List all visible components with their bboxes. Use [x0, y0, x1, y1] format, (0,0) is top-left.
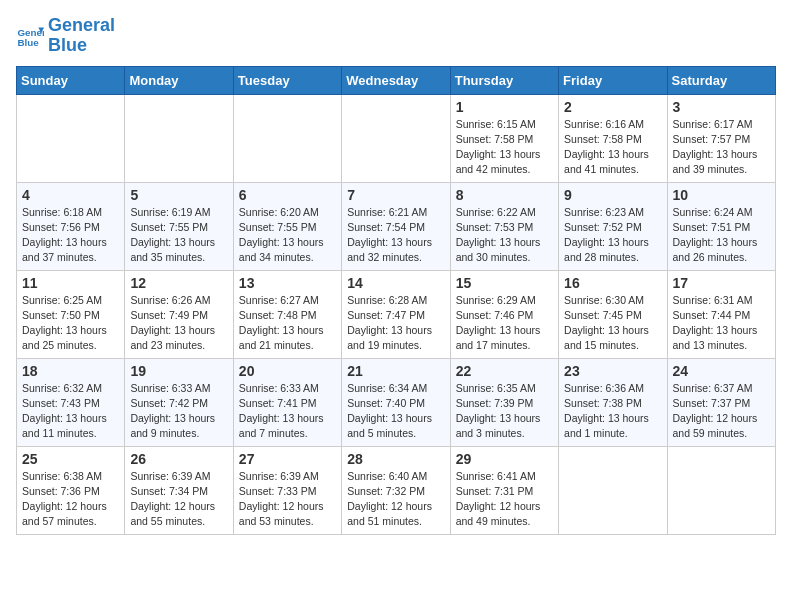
calendar-cell — [667, 446, 775, 534]
calendar-cell: 20Sunrise: 6:33 AM Sunset: 7:41 PM Dayli… — [233, 358, 341, 446]
logo: General Blue General Blue — [16, 16, 115, 56]
day-info: Sunrise: 6:37 AM Sunset: 7:37 PM Dayligh… — [673, 381, 770, 442]
day-number: 14 — [347, 275, 444, 291]
calendar-table: SundayMondayTuesdayWednesdayThursdayFrid… — [16, 66, 776, 535]
day-info: Sunrise: 6:28 AM Sunset: 7:47 PM Dayligh… — [347, 293, 444, 354]
day-number: 2 — [564, 99, 661, 115]
calendar-cell: 23Sunrise: 6:36 AM Sunset: 7:38 PM Dayli… — [559, 358, 667, 446]
day-number: 21 — [347, 363, 444, 379]
calendar-cell — [125, 94, 233, 182]
calendar-cell: 8Sunrise: 6:22 AM Sunset: 7:53 PM Daylig… — [450, 182, 558, 270]
day-info: Sunrise: 6:36 AM Sunset: 7:38 PM Dayligh… — [564, 381, 661, 442]
day-info: Sunrise: 6:25 AM Sunset: 7:50 PM Dayligh… — [22, 293, 119, 354]
calendar-cell: 1Sunrise: 6:15 AM Sunset: 7:58 PM Daylig… — [450, 94, 558, 182]
day-number: 16 — [564, 275, 661, 291]
day-info: Sunrise: 6:39 AM Sunset: 7:34 PM Dayligh… — [130, 469, 227, 530]
calendar-cell: 9Sunrise: 6:23 AM Sunset: 7:52 PM Daylig… — [559, 182, 667, 270]
calendar-cell: 26Sunrise: 6:39 AM Sunset: 7:34 PM Dayli… — [125, 446, 233, 534]
day-info: Sunrise: 6:21 AM Sunset: 7:54 PM Dayligh… — [347, 205, 444, 266]
calendar-cell: 12Sunrise: 6:26 AM Sunset: 7:49 PM Dayli… — [125, 270, 233, 358]
day-info: Sunrise: 6:24 AM Sunset: 7:51 PM Dayligh… — [673, 205, 770, 266]
day-number: 19 — [130, 363, 227, 379]
day-info: Sunrise: 6:29 AM Sunset: 7:46 PM Dayligh… — [456, 293, 553, 354]
calendar-cell: 6Sunrise: 6:20 AM Sunset: 7:55 PM Daylig… — [233, 182, 341, 270]
day-info: Sunrise: 6:33 AM Sunset: 7:41 PM Dayligh… — [239, 381, 336, 442]
day-info: Sunrise: 6:16 AM Sunset: 7:58 PM Dayligh… — [564, 117, 661, 178]
day-header-thursday: Thursday — [450, 66, 558, 94]
calendar-cell: 2Sunrise: 6:16 AM Sunset: 7:58 PM Daylig… — [559, 94, 667, 182]
day-info: Sunrise: 6:20 AM Sunset: 7:55 PM Dayligh… — [239, 205, 336, 266]
header: General Blue General Blue — [16, 16, 776, 56]
day-header-monday: Monday — [125, 66, 233, 94]
day-header-tuesday: Tuesday — [233, 66, 341, 94]
day-info: Sunrise: 6:18 AM Sunset: 7:56 PM Dayligh… — [22, 205, 119, 266]
day-header-row: SundayMondayTuesdayWednesdayThursdayFrid… — [17, 66, 776, 94]
calendar-cell: 10Sunrise: 6:24 AM Sunset: 7:51 PM Dayli… — [667, 182, 775, 270]
day-number: 11 — [22, 275, 119, 291]
day-number: 24 — [673, 363, 770, 379]
calendar-cell: 17Sunrise: 6:31 AM Sunset: 7:44 PM Dayli… — [667, 270, 775, 358]
calendar-cell: 27Sunrise: 6:39 AM Sunset: 7:33 PM Dayli… — [233, 446, 341, 534]
week-row-5: 25Sunrise: 6:38 AM Sunset: 7:36 PM Dayli… — [17, 446, 776, 534]
day-info: Sunrise: 6:35 AM Sunset: 7:39 PM Dayligh… — [456, 381, 553, 442]
calendar-cell: 14Sunrise: 6:28 AM Sunset: 7:47 PM Dayli… — [342, 270, 450, 358]
day-info: Sunrise: 6:26 AM Sunset: 7:49 PM Dayligh… — [130, 293, 227, 354]
day-number: 1 — [456, 99, 553, 115]
day-number: 17 — [673, 275, 770, 291]
day-number: 12 — [130, 275, 227, 291]
calendar-cell: 11Sunrise: 6:25 AM Sunset: 7:50 PM Dayli… — [17, 270, 125, 358]
calendar-cell: 22Sunrise: 6:35 AM Sunset: 7:39 PM Dayli… — [450, 358, 558, 446]
day-number: 5 — [130, 187, 227, 203]
day-header-sunday: Sunday — [17, 66, 125, 94]
calendar-cell — [17, 94, 125, 182]
calendar-cell: 29Sunrise: 6:41 AM Sunset: 7:31 PM Dayli… — [450, 446, 558, 534]
day-info: Sunrise: 6:41 AM Sunset: 7:31 PM Dayligh… — [456, 469, 553, 530]
calendar-cell: 25Sunrise: 6:38 AM Sunset: 7:36 PM Dayli… — [17, 446, 125, 534]
day-info: Sunrise: 6:22 AM Sunset: 7:53 PM Dayligh… — [456, 205, 553, 266]
day-number: 29 — [456, 451, 553, 467]
calendar-cell: 4Sunrise: 6:18 AM Sunset: 7:56 PM Daylig… — [17, 182, 125, 270]
day-number: 28 — [347, 451, 444, 467]
day-info: Sunrise: 6:38 AM Sunset: 7:36 PM Dayligh… — [22, 469, 119, 530]
calendar-cell: 5Sunrise: 6:19 AM Sunset: 7:55 PM Daylig… — [125, 182, 233, 270]
day-number: 20 — [239, 363, 336, 379]
day-info: Sunrise: 6:30 AM Sunset: 7:45 PM Dayligh… — [564, 293, 661, 354]
day-number: 6 — [239, 187, 336, 203]
calendar-cell: 18Sunrise: 6:32 AM Sunset: 7:43 PM Dayli… — [17, 358, 125, 446]
day-number: 10 — [673, 187, 770, 203]
day-number: 22 — [456, 363, 553, 379]
day-number: 25 — [22, 451, 119, 467]
week-row-4: 18Sunrise: 6:32 AM Sunset: 7:43 PM Dayli… — [17, 358, 776, 446]
day-header-friday: Friday — [559, 66, 667, 94]
day-number: 8 — [456, 187, 553, 203]
day-number: 27 — [239, 451, 336, 467]
calendar-cell — [342, 94, 450, 182]
calendar-cell: 19Sunrise: 6:33 AM Sunset: 7:42 PM Dayli… — [125, 358, 233, 446]
day-header-saturday: Saturday — [667, 66, 775, 94]
day-number: 13 — [239, 275, 336, 291]
calendar-cell: 3Sunrise: 6:17 AM Sunset: 7:57 PM Daylig… — [667, 94, 775, 182]
week-row-3: 11Sunrise: 6:25 AM Sunset: 7:50 PM Dayli… — [17, 270, 776, 358]
calendar-cell — [559, 446, 667, 534]
day-number: 4 — [22, 187, 119, 203]
day-number: 26 — [130, 451, 227, 467]
day-info: Sunrise: 6:32 AM Sunset: 7:43 PM Dayligh… — [22, 381, 119, 442]
calendar-cell: 15Sunrise: 6:29 AM Sunset: 7:46 PM Dayli… — [450, 270, 558, 358]
day-info: Sunrise: 6:39 AM Sunset: 7:33 PM Dayligh… — [239, 469, 336, 530]
day-info: Sunrise: 6:33 AM Sunset: 7:42 PM Dayligh… — [130, 381, 227, 442]
calendar-cell: 13Sunrise: 6:27 AM Sunset: 7:48 PM Dayli… — [233, 270, 341, 358]
day-info: Sunrise: 6:15 AM Sunset: 7:58 PM Dayligh… — [456, 117, 553, 178]
day-info: Sunrise: 6:34 AM Sunset: 7:40 PM Dayligh… — [347, 381, 444, 442]
day-info: Sunrise: 6:17 AM Sunset: 7:57 PM Dayligh… — [673, 117, 770, 178]
day-number: 7 — [347, 187, 444, 203]
day-number: 3 — [673, 99, 770, 115]
svg-text:Blue: Blue — [17, 37, 39, 48]
day-number: 18 — [22, 363, 119, 379]
day-header-wednesday: Wednesday — [342, 66, 450, 94]
logo-icon: General Blue — [16, 22, 44, 50]
week-row-1: 1Sunrise: 6:15 AM Sunset: 7:58 PM Daylig… — [17, 94, 776, 182]
calendar-cell: 16Sunrise: 6:30 AM Sunset: 7:45 PM Dayli… — [559, 270, 667, 358]
calendar-cell — [233, 94, 341, 182]
day-info: Sunrise: 6:40 AM Sunset: 7:32 PM Dayligh… — [347, 469, 444, 530]
week-row-2: 4Sunrise: 6:18 AM Sunset: 7:56 PM Daylig… — [17, 182, 776, 270]
